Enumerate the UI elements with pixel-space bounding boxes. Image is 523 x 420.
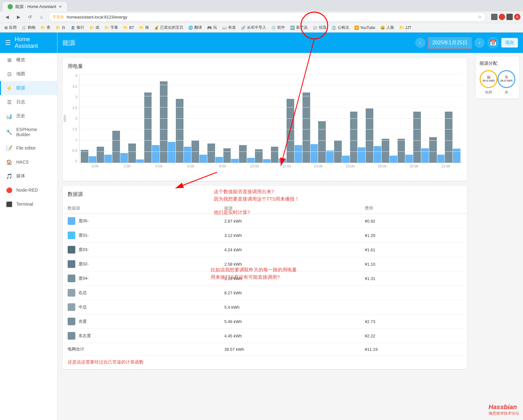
bar-blue [199,155,207,163]
bar-group-21 [413,112,429,163]
bookmark-shopping[interactable]: 🛒 购物 [20,24,37,31]
file-editor-icon: 📝 [6,145,12,151]
bar-blue [421,148,429,163]
bookmark-subtitle[interactable]: 📁 字幕 [102,24,120,31]
prev-date-button[interactable]: ‹ [415,38,425,48]
next-date-button[interactable]: › [474,38,485,48]
table-header: 数据源 能源 费用 [63,203,467,214]
active-tab[interactable]: 能源 - Home Assistant ✕ [3,2,67,11]
bookmark-jjt[interactable]: 📁 JJT [397,25,413,31]
sidebar-item-label: Node-RED [16,188,38,193]
bookmark-tai[interactable]: 📁 台 [54,24,67,31]
sidebar-item-energy[interactable]: ⚡ 能源 [0,81,57,95]
bookmark-star[interactable]: ☆ [478,14,482,19]
bookmark-bt[interactable]: 📁 BT [121,25,136,31]
row-2-energy: 4.24 kWh [219,243,360,257]
sidebar-item-label: 日志 [16,99,25,105]
bar-blue [279,158,286,163]
row-2-color [68,246,75,254]
row-7-name: 光度 [63,314,219,329]
menu-toggle-icon[interactable]: ☰ [5,39,11,47]
browser-tabs: 能源 - Home Assistant ✕ [0,0,523,11]
home-button[interactable]: ⌂ [37,12,46,21]
terminal-icon: ⬛ [6,201,12,207]
bar-group-14 [303,92,318,163]
x-label-16: 16:00 [334,164,366,168]
bar-gray [176,99,183,163]
bar-group-5 [160,81,176,163]
sidebar-item-history[interactable]: 📊 历史 [0,109,57,123]
sidebar-item-hacs[interactable]: 🏠 HACS [0,155,57,169]
bookmark-apps[interactable]: ⊞ 应用 [3,24,19,31]
back-button[interactable]: ◀ [3,12,11,21]
bookmark-face[interactable]: 😀 人脸 [378,24,396,31]
bookmark-software[interactable]: 💿 软件 [269,24,287,31]
sidebar-item-map[interactable]: ⊡ 地图 [0,67,57,81]
bar-blue [184,147,191,163]
bar-group-9 [223,148,239,163]
row-3-cost: ¥1.10 [360,257,467,271]
extension-icon-2[interactable] [499,14,505,20]
home-circle: 🏠 39.6 kWh [497,70,515,88]
bookmark-xinxun[interactable]: 📰 信迅 [311,24,328,31]
sidebar-header: ☰ Home Assistant [0,33,57,53]
chart-plot-area [79,74,462,163]
sidebar-item-node-red[interactable]: 🔴 Node-RED [0,183,57,197]
row-0-cost: ¥0.92 [360,214,467,228]
bar-gray [271,147,279,163]
bar-group-6 [176,99,191,163]
grid-line-3 [79,96,462,96]
bookmark-play[interactable]: 🎮 玩 [205,24,219,31]
bookmark-translate[interactable]: 🌐 翻译 [186,24,204,31]
x-label-6: 6:00 [175,164,207,168]
x-label-0: 0:00 [79,164,111,168]
forward-button[interactable]: ▶ [14,12,23,21]
sidebar-item-overview[interactable]: ⊞ 概览 [0,53,57,67]
bookmark-ie[interactable]: 🔗 从IE中导入 [239,24,268,31]
calendar-button[interactable]: 📅 [487,37,499,48]
sidebar-item-log[interactable]: ☰ 日志 [0,95,57,109]
bookmark-youtube[interactable]: ▶️ YouTube [352,25,377,31]
bookmark-gongfa[interactable]: ⚖️ 公检法 [330,24,351,31]
bar-blue [152,145,160,163]
grid-line-35 [79,85,462,85]
sidebar-item-esphome[interactable]: 🔧 ESPHome Builder [0,123,57,141]
row-2-name: 度03- [63,243,219,257]
profile-icon[interactable]: A [514,14,520,20]
bookmark-query[interactable]: 📁 查 [39,24,52,31]
chart-container: 4 3.5 3 2.5 2 1.5 1 0.5 0 [68,74,462,176]
current-date[interactable]: 2025年1月25日 [428,37,472,49]
sidebar-item-label: 能源 [16,85,25,91]
bar-group-23 [445,112,460,163]
y-axis-label: kWh [63,115,67,122]
top-bar: 能源 ‹ 2025年1月25日 › 📅 现在 [57,33,523,53]
bookmark-cheng[interactable]: 📁 成 [87,24,101,31]
grid-value: 39.6 kWh [482,79,495,83]
sidebar-item-media[interactable]: 🎵 媒体 [0,169,57,183]
bar-gray [413,112,421,163]
extension-icon-3[interactable] [506,14,513,20]
table-row: 中总 5.4 kWh [63,300,467,314]
bar-blue [326,151,334,163]
address-bar[interactable]: 不安全 homeassistant.local:8123/energy ☆ [49,12,486,21]
bookmark-ge[interactable]: 📁 格 [137,24,151,31]
extension-icon-1[interactable] [491,14,497,20]
bar-blue [104,155,112,163]
sidebar-item-terminal[interactable]: ⬛ Terminal [0,197,57,211]
dist-title: 能源分配 [480,61,515,66]
row-4-energy: 3.18 kWh [219,271,360,286]
row-4-name: 度04- [63,271,219,286]
bookmark-newprod[interactable]: 🆕 新产品 [288,24,310,31]
reload-button[interactable]: ↺ [26,12,34,21]
bookmark-youdao[interactable]: 📖 有道 [220,24,238,31]
sidebar-item-file-editor[interactable]: 📝 File editor [0,141,57,155]
now-button[interactable]: 现在 [501,38,518,48]
bookmark-sold[interactable]: 💰 已卖出的宝贝 [152,24,185,31]
media-icon: 🎵 [6,173,12,179]
bar-group-22 [429,137,445,163]
bar-group-2 [112,131,128,163]
x-label-4: 4:00 [143,164,175,168]
bookmark-bank[interactable]: 🏦 银行 [69,24,86,31]
bar-blue [168,142,176,163]
tab-close-button[interactable]: ✕ [59,4,62,9]
